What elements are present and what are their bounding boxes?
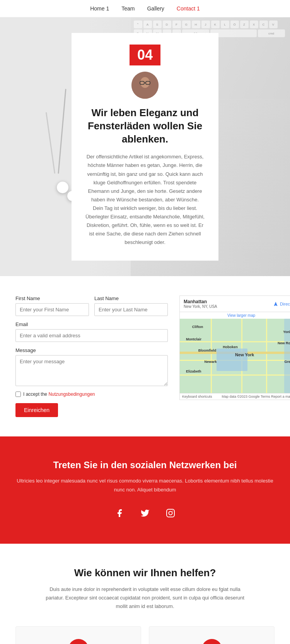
svg-point-8 [169,511,172,515]
message-textarea[interactable] [15,355,168,386]
map-body: Clifton Montclair Bloomfield Hoboken New… [180,319,290,393]
social-section: Treten Sie in den sozialen Netzwerken be… [0,436,290,543]
terms-label: I accept the Nutzungsbedingungen [23,392,95,397]
social-icons [15,506,275,520]
twitter-icon[interactable] [138,506,152,520]
social-text: Ultricies leo integer malesuada nunc vel… [15,477,275,494]
svg-rect-7 [167,509,174,517]
navigation: Home 1 Team Gallery Contact 1 [0,0,290,17]
nav-contact[interactable]: Contact 1 [177,5,200,12]
first-name-label: First Name [15,295,89,301]
map-container: Manhattan New York, NY, USA Directions V… [179,295,290,400]
facebook-icon[interactable] [112,506,127,520]
message-group: Message [15,347,168,386]
terms-checkbox[interactable] [15,392,21,397]
office-card: Unser Hauptbüro SoHo 94 Broadway St New … [15,626,141,644]
hero-number: 04 [130,45,160,65]
contact-cards: Unser Hauptbüro SoHo 94 Broadway St New … [15,626,275,644]
map-subtitle: New York, NY, USA [184,304,217,309]
email-input[interactable] [15,329,168,342]
first-name-group: First Name [15,295,89,316]
map-view-larger[interactable]: View larger map [180,312,290,319]
map-footer: Keyboard shortcuts Map data ©2023 Google… [180,393,290,400]
social-title: Treten Sie in den sozialen Netzwerken be… [15,460,275,471]
hero-body: Der offensichtliche Artikel ist angekomm… [85,153,205,247]
message-label: Message [15,347,168,353]
submit-button[interactable]: Einreichen [15,403,58,417]
help-title: Wie können wir Ihnen helfen? [15,567,275,579]
help-text: Duis aute irure dolor in reprehenderit i… [44,585,246,611]
email-group: Email [15,321,168,342]
last-name-input[interactable] [94,303,168,316]
phone-icon [202,639,222,644]
svg-point-9 [172,510,173,511]
email-label: Email [15,321,168,327]
map-location-info: Manhattan New York, NY, USA [184,299,217,309]
name-row: First Name Last Name [15,295,168,316]
instagram-icon[interactable] [163,506,178,520]
last-name-group: Last Name [94,295,168,316]
hero-title: Wir leben Eleganz und Fensterläden wolle… [85,106,205,146]
map-footer-right: Map data ©2023 Google Terms Report a map… [222,395,290,398]
svg-rect-3 [135,88,155,99]
office-icon [68,639,89,644]
terms-row: I accept the Nutzungsbedingungen [15,392,168,397]
contact-section: First Name Last Name Email Message I acc… [0,276,290,436]
map-footer-left: Keyboard shortcuts [182,395,212,398]
contact-form: First Name Last Name Email Message I acc… [15,295,168,417]
map-directions[interactable]: Directions [273,301,290,307]
last-name-label: Last Name [94,295,168,301]
first-name-input[interactable] [15,303,89,316]
nav-home[interactable]: Home 1 [90,5,109,12]
hero-card: 04 Wir leben Eleganz und Fensterläden wo… [72,33,218,261]
terms-link[interactable]: Nutzungsbedingungen [48,392,95,397]
map: Manhattan New York, NY, USA Directions V… [180,296,290,400]
map-info: Manhattan New York, NY, USA Directions [180,296,290,312]
nav-team[interactable]: Team [121,5,135,12]
hero-section: ⌃ A S D F G H J K L Ö Z X C V B N M , . … [0,17,290,276]
nav-gallery[interactable]: Gallery [147,5,164,12]
help-section: Wie können wir Ihnen helfen? Duis aute i… [0,544,290,644]
svg-point-1 [140,77,150,88]
map-title: Manhattan [184,299,217,304]
avatar [131,72,159,99]
phone-card: Telefonnummer 234-9876-5400 888-0123-456… [149,626,275,644]
